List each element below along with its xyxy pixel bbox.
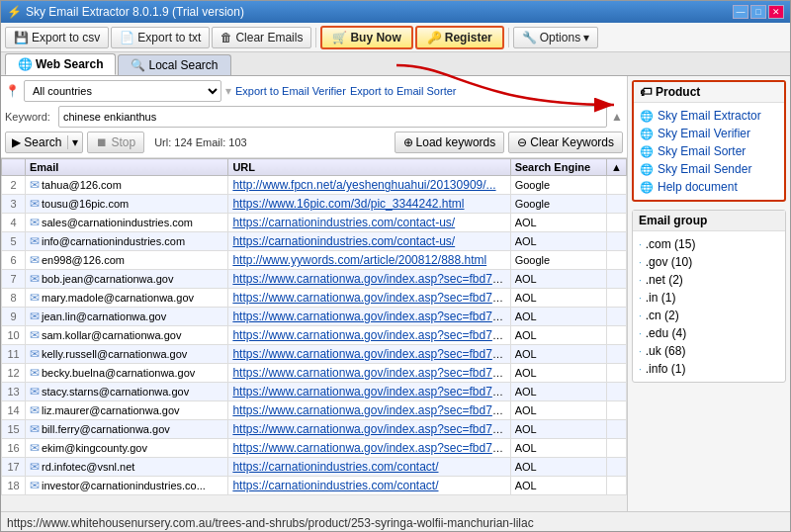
location-pin-icon: 📍 — [5, 84, 20, 98]
row-number: 13 — [2, 383, 26, 401]
clear-icon: ⊖ — [517, 135, 527, 149]
table-row: 17 ✉rd.infotec@vsnl.net https://carnatio… — [2, 458, 627, 477]
row-url[interactable]: https://www.carnationwa.gov/index.asp?se… — [228, 326, 510, 345]
row-engine: AOL — [510, 308, 606, 326]
export-txt-icon: 📄 — [120, 31, 134, 44]
product-item[interactable]: 🌐Sky Email Sorter — [640, 142, 778, 160]
col-num-header — [2, 159, 26, 176]
row-number: 10 — [2, 326, 26, 345]
product-item[interactable]: 🌐Sky Email Sender — [640, 160, 778, 178]
email-group-item[interactable]: ·.cn (2) — [639, 307, 779, 324]
email-group-item[interactable]: ·.info (1) — [639, 360, 779, 378]
row-url[interactable]: http://www.yywords.com/article/200812/88… — [228, 251, 510, 270]
row-email: ✉info@carnationindustries.com — [26, 232, 228, 251]
buy-now-button[interactable]: 🛒 Buy Now — [320, 26, 412, 49]
row-email: ✉mary.madole@carnationwa.gov — [26, 289, 228, 308]
table-row: 2 ✉tahua@126.com http://www.fpcn.net/a/y… — [2, 176, 627, 195]
load-icon: ⊕ — [403, 135, 413, 149]
row-url[interactable]: http://www.fpcn.net/a/yeshenghuahui/2013… — [228, 176, 510, 195]
results-table-container: Email URL Search Engine ▲ 2 ✉tahua@126.c… — [1, 158, 627, 511]
row-email: ✉stacy.starns@carnationwa.gov — [26, 383, 228, 401]
clear-emails-button[interactable]: 🗑 Clear Emails — [212, 27, 311, 48]
product-item[interactable]: 🌐Sky Email Extractor — [640, 107, 778, 125]
row-url[interactable]: https://www.carnationwa.gov/index.asp?se… — [228, 308, 510, 326]
product-item[interactable]: 🌐Sky Email Verifier — [640, 125, 778, 142]
email-group-item[interactable]: ·.net (2) — [639, 271, 779, 289]
row-number: 6 — [2, 251, 26, 270]
maximize-button[interactable]: □ — [750, 5, 766, 19]
close-button[interactable]: ✕ — [768, 5, 784, 19]
row-url[interactable]: https://www.carnationwa.gov/index.asp?se… — [228, 401, 510, 420]
globe-icon: 🌐 — [640, 128, 654, 140]
register-button[interactable]: 🔑 Register — [415, 26, 504, 49]
email-group-item[interactable]: ·.edu (4) — [639, 324, 779, 342]
search-button[interactable]: ▶ Search ▾ — [5, 132, 83, 153]
keyword-input[interactable] — [58, 106, 607, 128]
row-number: 16 — [2, 439, 26, 458]
local-search-icon: 🔍 — [131, 58, 145, 72]
row-number: 5 — [2, 232, 26, 251]
row-engine: AOL — [510, 401, 606, 420]
statusbar: https://www.whitehousenursery.com.au/tre… — [1, 511, 790, 532]
row-url[interactable]: https://carnationindustries.com/contact-… — [228, 214, 510, 232]
row-url[interactable]: https://www.carnationwa.gov/index.asp?se… — [228, 439, 510, 458]
export-txt-button[interactable]: 📄 Export to txt — [111, 27, 210, 48]
email-icon: ✉ — [30, 385, 40, 399]
export-csv-button[interactable]: 💾 Export to csv — [5, 27, 109, 48]
clear-keywords-button[interactable]: ⊖ Clear Keywords — [508, 132, 623, 153]
key-icon: 🔑 — [427, 31, 442, 44]
table-row: 10 ✉sam.kollar@carnationwa.gov https://w… — [2, 326, 627, 345]
row-url[interactable]: https://carnationindustries.com/contact/ — [228, 458, 510, 477]
play-icon: ▶ — [12, 135, 21, 149]
sort-icon[interactable]: ▲ — [607, 159, 627, 176]
dot-icon: · — [639, 310, 642, 321]
row-email: ✉jean.lin@carnationwa.gov — [26, 308, 228, 326]
row-url[interactable]: https://www.carnationwa.gov/index.asp?se… — [228, 270, 510, 289]
row-number: 2 — [2, 176, 26, 195]
dot-icon: · — [639, 328, 642, 339]
row-url[interactable]: https://www.carnationwa.gov/index.asp?se… — [228, 289, 510, 308]
dot-icon: · — [639, 293, 642, 304]
row-url[interactable]: https://www.16pic.com/3d/pic_3344242.htm… — [228, 195, 510, 214]
row-url[interactable]: https://www.carnationwa.gov/index.asp?se… — [228, 364, 510, 383]
email-group-item[interactable]: ·.uk (68) — [639, 342, 779, 360]
email-group-item[interactable]: ·.com (15) — [639, 235, 779, 253]
tab-web-search[interactable]: 🌐 Web Search — [5, 53, 116, 75]
search-dropdown-icon[interactable]: ▾ — [68, 135, 82, 149]
minimize-button[interactable]: — — [733, 5, 748, 19]
dot-icon: · — [639, 364, 642, 375]
stop-icon: ⏹ — [96, 135, 108, 149]
email-group-item[interactable]: ·.gov (10) — [639, 253, 779, 271]
table-row: 16 ✉ekim@kingcounty.gov https://www.carn… — [2, 439, 627, 458]
col-url-header: URL — [228, 159, 510, 176]
dot-icon: · — [639, 239, 642, 250]
row-engine: AOL — [510, 289, 606, 308]
row-url[interactable]: https://carnationindustries.com/contact-… — [228, 232, 510, 251]
country-select[interactable]: All countries — [24, 80, 221, 102]
cart-icon: 🛒 — [332, 31, 347, 44]
row-url[interactable]: https://www.carnationwa.gov/index.asp?se… — [228, 345, 510, 364]
load-keywords-button[interactable]: ⊕ Load keywords — [395, 132, 505, 153]
email-icon: ✉ — [30, 460, 40, 474]
table-row: 7 ✉bob.jean@carnationwa.gov https://www.… — [2, 270, 627, 289]
row-url[interactable]: https://www.carnationwa.gov/index.asp?se… — [228, 383, 510, 401]
row-engine: AOL — [510, 345, 606, 364]
email-group-item[interactable]: ·.in (1) — [639, 289, 779, 307]
options-button[interactable]: 🔧 Options ▾ — [513, 27, 598, 48]
tab-local-search[interactable]: 🔍 Local Search — [118, 54, 230, 75]
email-icon: ✉ — [30, 328, 40, 342]
results-table: Email URL Search Engine ▲ 2 ✉tahua@126.c… — [1, 158, 627, 495]
globe-icon: 🌐 — [640, 163, 654, 176]
row-engine: Google — [510, 195, 606, 214]
table-row: 4 ✉sales@carnationindustries.com https:/… — [2, 214, 627, 232]
row-url[interactable]: https://www.carnationwa.gov/index.asp?se… — [228, 420, 510, 439]
export-email-sorter-link[interactable]: Export to Email Sorter — [350, 85, 457, 97]
export-email-verifier-link[interactable]: Export to Email Verifier — [235, 85, 346, 97]
product-items: 🌐Sky Email Extractor🌐Sky Email Verifier🌐… — [634, 103, 784, 200]
row-number: 3 — [2, 195, 26, 214]
scroll-up-icon[interactable]: ▲ — [611, 110, 623, 124]
row-url[interactable]: https://carnationindustries.com/contact/ — [228, 477, 510, 495]
product-item[interactable]: 🌐Help document — [640, 178, 778, 196]
stop-button[interactable]: ⏹ Stop — [87, 132, 144, 153]
row-engine: AOL — [510, 420, 606, 439]
